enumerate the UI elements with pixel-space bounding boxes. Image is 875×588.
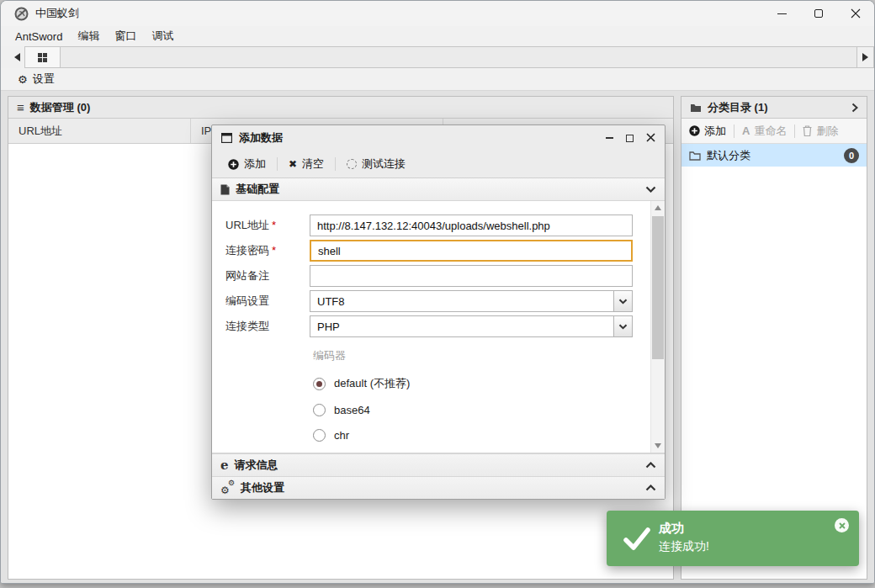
scrollbar-thumb[interactable] <box>652 216 664 359</box>
base-config-content: URL地址* 连接密码* 网站备注 编码设置 UTF8 <box>212 201 665 453</box>
encoder-label: 编码器 <box>313 348 633 363</box>
note-input[interactable] <box>310 265 633 287</box>
minimize-icon <box>777 13 787 14</box>
app-window: 中国蚁剑 AntSword 编辑 窗口 调试 ⚙ 设置 <box>0 0 875 584</box>
encoder-option-base64[interactable]: base64 <box>313 404 633 416</box>
section-other-label: 其他设置 <box>241 480 284 495</box>
settings-button[interactable]: 设置 <box>33 72 55 87</box>
encoding-select[interactable]: UTF8 <box>310 290 633 312</box>
x-icon: ✖ <box>289 158 297 170</box>
dialog-title: 添加数据 <box>239 130 283 146</box>
category-rename-button[interactable]: A 重命名 <box>734 124 794 139</box>
required-asterisk: * <box>272 219 276 231</box>
tabs-scroll-right-button[interactable] <box>857 46 874 68</box>
arrow-left-icon <box>14 53 20 61</box>
success-toast: 成功 连接成功! <box>607 511 859 566</box>
encoder-option-label: chr <box>334 429 349 442</box>
close-button[interactable] <box>837 1 874 26</box>
section-request-info[interactable]: e 请求信息 <box>212 453 665 476</box>
dialog-minimize-button[interactable] <box>606 137 613 139</box>
url-label: URL地址* <box>225 218 310 233</box>
encoder-option-label: base64 <box>334 404 370 416</box>
category-item-default[interactable]: 默认分类 0 <box>681 144 867 167</box>
gear-icon: ⚙ <box>18 73 28 86</box>
plus-circle-icon <box>228 159 239 170</box>
check-icon <box>623 527 650 551</box>
maximize-button[interactable] <box>800 1 837 26</box>
category-toolbar: 添加 A 重命名 删除 <box>681 119 867 144</box>
chevron-up-icon <box>645 462 656 469</box>
encoder-option-chr[interactable]: chr <box>313 429 633 442</box>
encoder-group: 编码器 default (不推荐) base64 chr <box>313 348 633 442</box>
chevron-up-icon <box>645 485 656 491</box>
rename-icon: A <box>742 124 750 137</box>
required-asterisk: * <box>272 244 276 257</box>
menu-antsword[interactable]: AntSword <box>8 29 70 45</box>
menu-edit[interactable]: 编辑 <box>70 27 107 45</box>
grid-icon <box>38 53 47 62</box>
encoder-option-default[interactable]: default (不推荐) <box>313 376 633 391</box>
toast-close-button[interactable] <box>835 518 849 532</box>
dropdown-button[interactable] <box>613 316 632 336</box>
url-input[interactable] <box>310 215 633 236</box>
dialog-test-button[interactable]: 测试连接 <box>336 151 416 177</box>
plus-circle-icon <box>689 125 700 136</box>
category-item-label: 默认分类 <box>707 148 750 163</box>
chevron-down-icon <box>645 186 656 193</box>
section-base-config[interactable]: 基础配置 <box>212 178 665 201</box>
tabs-scroll-left-button[interactable] <box>9 46 24 68</box>
dialog-clear-button[interactable]: ✖ 清空 <box>278 151 335 177</box>
encoder-option-label: default (不推荐) <box>334 376 410 391</box>
data-panel-title: 数据管理 (0) <box>30 100 91 115</box>
maximize-icon <box>814 9 823 18</box>
triangle-down-icon <box>655 443 661 448</box>
category-add-label: 添加 <box>704 124 726 139</box>
radio-icon <box>313 404 326 416</box>
column-url[interactable]: URL地址 <box>8 119 191 143</box>
scrollbar[interactable] <box>650 201 665 453</box>
dialog-add-label: 添加 <box>244 156 266 172</box>
category-delete-label: 删除 <box>816 124 838 139</box>
scroll-up-button[interactable] <box>651 201 665 215</box>
connection-type-value: PHP <box>317 320 340 333</box>
dialog-maximize-button[interactable] <box>626 135 634 142</box>
dropdown-button[interactable] <box>613 291 632 311</box>
dialog-close-button[interactable] <box>646 132 655 145</box>
toast-message: 连接成功! <box>659 539 709 554</box>
minimize-button[interactable] <box>763 1 800 26</box>
category-panel: 分类目录 (1) 添加 A 重命名 <box>681 96 867 580</box>
connection-type-select[interactable]: PHP <box>310 315 633 337</box>
category-delete-button[interactable]: 删除 <box>795 124 846 139</box>
scroll-down-button[interactable] <box>651 439 665 453</box>
settings-toolbar: ⚙ 设置 <box>1 68 874 91</box>
collapse-panel-button[interactable] <box>851 103 858 113</box>
window-icon <box>221 133 232 143</box>
dialog-test-label: 测试连接 <box>362 156 406 172</box>
gears-icon: ⚙ ⚙ <box>220 481 235 495</box>
section-request-label: 请求信息 <box>235 458 278 473</box>
toast-title: 成功 <box>659 521 684 537</box>
category-rename-label: 重命名 <box>754 124 787 139</box>
section-other-settings[interactable]: ⚙ ⚙ 其他设置 <box>212 476 665 499</box>
document-icon <box>220 184 230 195</box>
category-add-button[interactable]: 添加 <box>681 124 734 139</box>
minimize-icon <box>606 137 613 139</box>
folder-outline-icon <box>689 151 701 161</box>
menu-bar: AntSword 编辑 窗口 调试 <box>1 26 874 46</box>
tab-home[interactable] <box>25 47 61 67</box>
chevron-down-icon <box>618 299 628 305</box>
password-input[interactable] <box>310 240 633 262</box>
category-count-badge: 0 <box>844 148 859 163</box>
app-logo-icon <box>14 7 29 21</box>
data-panel-header: ≡ 数据管理 (0) <box>8 97 673 119</box>
radio-icon <box>313 378 326 390</box>
close-icon <box>839 522 846 529</box>
dialog-title-bar[interactable]: 添加数据 <box>212 125 665 151</box>
triangle-up-icon <box>655 205 661 210</box>
encoding-label: 编码设置 <box>225 294 310 309</box>
dialog-toolbar: 添加 ✖ 清空 测试连接 <box>212 151 665 178</box>
menu-window[interactable]: 窗口 <box>107 27 144 45</box>
maximize-icon <box>626 135 634 142</box>
dialog-add-button[interactable]: 添加 <box>217 151 277 177</box>
menu-debug[interactable]: 调试 <box>144 27 181 45</box>
